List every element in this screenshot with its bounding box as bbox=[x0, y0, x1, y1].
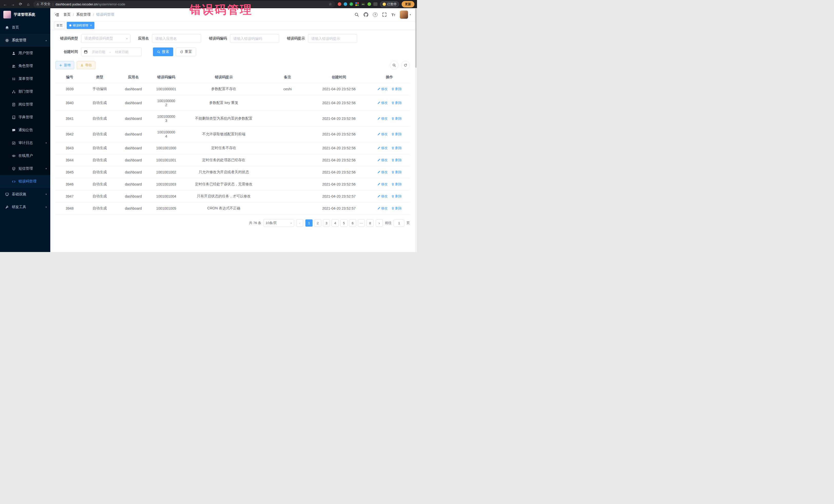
page-2-button[interactable]: 2 bbox=[314, 219, 321, 226]
puzzle-extension-icon[interactable] bbox=[373, 2, 377, 6]
delete-link[interactable]: 删除 bbox=[391, 206, 402, 211]
tab-error-code[interactable]: 错误码管理× bbox=[67, 22, 94, 29]
page-3-button[interactable]: 3 bbox=[323, 219, 330, 226]
page-5-button[interactable]: 5 bbox=[340, 219, 348, 226]
edit-link[interactable]: 修改 bbox=[377, 182, 388, 187]
grid-extension-icon[interactable] bbox=[355, 2, 359, 6]
delete-link[interactable]: 删除 bbox=[391, 182, 402, 187]
prev-page-button[interactable]: ‹ bbox=[296, 219, 303, 226]
edit-link[interactable]: 修改 bbox=[377, 170, 388, 175]
delete-link[interactable]: 删除 bbox=[391, 194, 402, 199]
edit-label: 修改 bbox=[381, 101, 388, 105]
refresh-table-button[interactable] bbox=[401, 61, 410, 69]
add-button[interactable]: 新增 bbox=[56, 61, 74, 69]
sidebar-item-home[interactable]: 首页 bbox=[0, 21, 50, 34]
more-pages-button[interactable]: ··· bbox=[358, 219, 365, 226]
paused-extension-chip[interactable]: 已暂停 bbox=[380, 1, 399, 7]
app-logo[interactable]: 芋道管理系统 bbox=[0, 8, 50, 21]
drop-extension-icon[interactable] bbox=[344, 2, 347, 6]
page-size-select[interactable]: 10条/页 ▾ bbox=[263, 219, 294, 227]
edit-link[interactable]: 修改 bbox=[377, 194, 388, 199]
page-4-button[interactable]: 4 bbox=[332, 219, 339, 226]
toggle-search-button[interactable] bbox=[390, 61, 398, 69]
delete-link[interactable]: 删除 bbox=[391, 116, 402, 121]
user-menu[interactable]: ▾ bbox=[400, 10, 411, 19]
forward-icon[interactable]: → bbox=[10, 2, 15, 6]
edit-link[interactable]: 修改 bbox=[377, 87, 388, 91]
font-size-icon[interactable]: TT bbox=[391, 13, 395, 17]
sidebar-item-sms[interactable]: 短信管理▾ bbox=[0, 162, 50, 175]
scrollbar[interactable] bbox=[415, 8, 417, 252]
breadcrumb-system[interactable]: 系统管理 bbox=[76, 12, 91, 17]
green-check-extension-icon[interactable]: ✓ bbox=[350, 2, 353, 6]
breadcrumb-home[interactable]: 首页 bbox=[63, 12, 70, 17]
delete-link[interactable]: 删除 bbox=[391, 101, 402, 105]
error-code-type-select[interactable]: 请选择错误码类型▾ bbox=[81, 34, 130, 43]
sidebar-item-menu[interactable]: 菜单管理 bbox=[0, 72, 50, 85]
cell-message: 不允许获取敏感配置到前端 bbox=[181, 127, 266, 142]
main-area: 首页 / 系统管理 / 错误码管理 ? TT ▾ bbox=[50, 8, 415, 252]
help-icon[interactable]: ? bbox=[373, 12, 377, 17]
goto-page-input[interactable] bbox=[394, 219, 404, 226]
export-button[interactable]: 导出 bbox=[77, 61, 95, 69]
sidebar-toggle-icon[interactable] bbox=[54, 12, 59, 17]
date-range-picker[interactable]: - bbox=[81, 47, 142, 56]
edit-link[interactable]: 修改 bbox=[377, 158, 388, 162]
delete-link[interactable]: 删除 bbox=[391, 146, 402, 150]
search-button[interactable]: 搜索 bbox=[153, 47, 173, 56]
error-code-input[interactable] bbox=[230, 34, 279, 43]
edit-link[interactable]: 修改 bbox=[377, 206, 388, 211]
security-indicator[interactable]: ⚠ 不安全 bbox=[37, 2, 50, 6]
page-1-button[interactable]: 1 bbox=[305, 219, 312, 226]
sidebar-item-notice[interactable]: 通知公告 bbox=[0, 124, 50, 136]
sidebar-menu: 首页系统管理▴用户管理角色管理菜单管理部门管理岗位管理字典管理通知公告审计日志▾… bbox=[0, 21, 50, 214]
sidebar-item-online-user[interactable]: 在线用户 bbox=[0, 149, 50, 162]
edit-link[interactable]: 修改 bbox=[377, 116, 388, 121]
github-icon[interactable] bbox=[364, 12, 368, 17]
red-extension-icon[interactable] bbox=[338, 2, 341, 6]
avatar[interactable] bbox=[400, 10, 408, 19]
sidebar-item-dept[interactable]: 部门管理 bbox=[0, 85, 50, 98]
next-page-button[interactable]: › bbox=[376, 219, 383, 226]
on-badge-extension-icon[interactable]: on bbox=[361, 2, 365, 6]
home-icon[interactable]: ⌂ bbox=[26, 2, 31, 6]
online-icon bbox=[12, 154, 16, 158]
sidebar-item-dict[interactable]: 字典管理 bbox=[0, 111, 50, 124]
tab-home[interactable]: 首页 bbox=[54, 22, 65, 29]
delete-link[interactable]: 删除 bbox=[391, 158, 402, 162]
reset-button[interactable]: 重置 bbox=[176, 47, 196, 56]
edit-link[interactable]: 修改 bbox=[377, 146, 388, 150]
address-bar[interactable]: ⚠ 不安全 | dashboard.yudao.iocoder.cn/syste… bbox=[34, 1, 335, 7]
browser-update-button[interactable]: 更新 bbox=[402, 1, 414, 7]
breadcrumb-current: 错误码管理 bbox=[96, 12, 114, 17]
edit-label: 修改 bbox=[381, 116, 388, 121]
sidebar-item-role[interactable]: 角色管理 bbox=[0, 60, 50, 72]
error-hint-input[interactable] bbox=[308, 34, 357, 43]
edit-link[interactable]: 修改 bbox=[377, 101, 388, 105]
sidebar-item-post[interactable]: 岗位管理 bbox=[0, 98, 50, 111]
bookmark-star-icon[interactable]: ☆ bbox=[329, 2, 332, 6]
page-6-button[interactable]: 6 bbox=[349, 219, 356, 226]
page-8-button[interactable]: 8 bbox=[367, 219, 374, 226]
search-icon[interactable] bbox=[354, 12, 359, 17]
delete-link[interactable]: 删除 bbox=[391, 132, 402, 136]
back-icon[interactable]: ← bbox=[3, 2, 8, 6]
scrollbar-thumb[interactable] bbox=[415, 9, 417, 68]
app-name-input[interactable] bbox=[152, 34, 201, 43]
fullscreen-icon[interactable] bbox=[382, 12, 387, 17]
tool-icon bbox=[5, 205, 9, 209]
delete-link[interactable]: 删除 bbox=[391, 170, 402, 175]
leaf-extension-icon[interactable] bbox=[368, 2, 371, 6]
sidebar-item-audit-log[interactable]: 审计日志▾ bbox=[0, 136, 50, 149]
date-end-input[interactable] bbox=[112, 50, 131, 54]
sidebar-item-user[interactable]: 用户管理 bbox=[0, 47, 50, 60]
refresh-icon[interactable]: ⟳ bbox=[18, 2, 23, 6]
edit-link[interactable]: 修改 bbox=[377, 132, 388, 136]
sidebar-item-infra[interactable]: 基础设施▾ bbox=[0, 188, 50, 201]
close-icon[interactable]: × bbox=[90, 24, 92, 27]
sidebar-item-devtool[interactable]: 研发工具▾ bbox=[0, 201, 50, 214]
sidebar-item-error-code[interactable]: 错误码管理 bbox=[0, 175, 50, 188]
date-start-input[interactable] bbox=[89, 50, 108, 54]
delete-link[interactable]: 删除 bbox=[391, 87, 402, 91]
sidebar-item-system[interactable]: 系统管理▴ bbox=[0, 34, 50, 47]
